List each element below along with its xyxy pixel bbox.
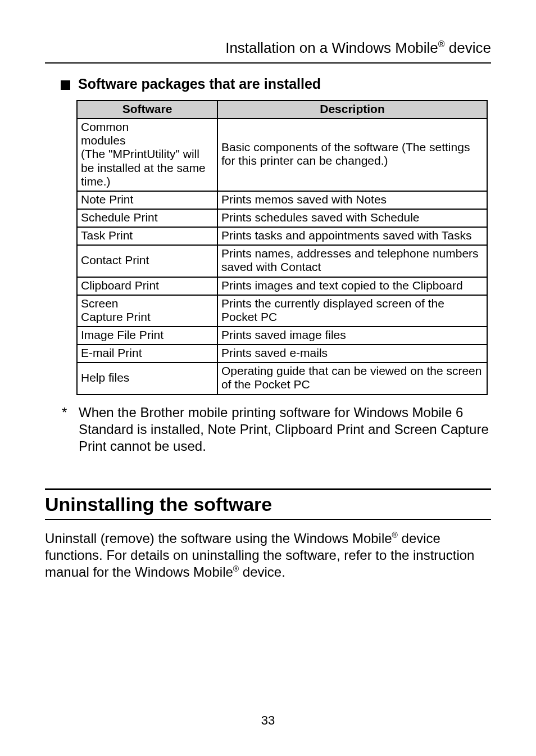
- cell-software: Note Print: [77, 191, 217, 209]
- table-row: Task Print Prints tasks and appointments…: [77, 227, 487, 245]
- subheading-text: Software packages that are installed: [78, 76, 321, 92]
- table-row: E-mail Print Prints saved e-mails: [77, 345, 487, 363]
- para-part3: device.: [239, 564, 285, 580]
- cell-software: Image File Print: [77, 327, 217, 345]
- cell-description: Prints memos saved with Notes: [217, 191, 487, 209]
- col-header-description: Description: [217, 101, 487, 119]
- header-suffix: device: [445, 39, 491, 56]
- cell-description: Basic components of the software (The se…: [217, 119, 487, 191]
- header-rule: [45, 62, 491, 64]
- para-part1: Uninstall (remove) the software using th…: [45, 531, 392, 546]
- cell-description: Prints the currently displayed screen of…: [217, 295, 487, 327]
- table-row: Help files Operating guide that can be v…: [77, 363, 487, 394]
- footnote-marker: *: [62, 404, 72, 455]
- section-title: Uninstalling the software: [45, 494, 491, 515]
- cell-description: Prints schedules saved with Schedule: [217, 209, 487, 227]
- cell-description: Prints tasks and appointments saved with…: [217, 227, 487, 245]
- col-header-software: Software: [77, 101, 217, 119]
- bullet-square-icon: [61, 80, 70, 90]
- table-row: Common modules (The "MPrintUtility" will…: [77, 119, 487, 191]
- cell-description: Prints saved e-mails: [217, 345, 487, 363]
- table-row: Image File Print Prints saved image file…: [77, 327, 487, 345]
- cell-software: Common modules (The "MPrintUtility" will…: [77, 119, 217, 191]
- header-prefix: Installation on a Windows Mobile: [225, 39, 438, 56]
- table-row: Schedule Print Prints schedules saved wi…: [77, 209, 487, 227]
- section-rule-top: [45, 488, 491, 490]
- cell-software: Schedule Print: [77, 209, 217, 227]
- page-container: Installation on a Windows Mobile® device…: [0, 0, 536, 756]
- table-header-row: Software Description: [77, 101, 487, 119]
- footnote: * When the Brother mobile printing softw…: [62, 404, 491, 455]
- cell-description: Prints names, addresses and telephone nu…: [217, 245, 487, 277]
- cell-software: Clipboard Print: [77, 277, 217, 295]
- cell-software: E-mail Print: [77, 345, 217, 363]
- footnote-text: When the Brother mobile printing softwar…: [79, 404, 491, 455]
- software-table: Software Description Common modules (The…: [76, 100, 488, 395]
- header-sup: ®: [438, 39, 445, 49]
- table-row: Contact Print Prints names, addresses an…: [77, 245, 487, 277]
- table-row: Note Print Prints memos saved with Notes: [77, 191, 487, 209]
- page-number: 33: [0, 713, 536, 728]
- cell-software: Screen Capture Print: [77, 295, 217, 327]
- para-sup2: ®: [233, 564, 239, 573]
- table-row: Clipboard Print Prints images and text c…: [77, 277, 487, 295]
- body-paragraph: Uninstall (remove) the software using th…: [45, 530, 491, 581]
- section-rule-bottom: [45, 519, 491, 520]
- subheading-row: Software packages that are installed: [61, 76, 491, 92]
- cell-description: Operating guide that can be viewed on th…: [217, 363, 487, 394]
- cell-software: Contact Print: [77, 245, 217, 277]
- cell-software: Task Print: [77, 227, 217, 245]
- cell-software: Help files: [77, 363, 217, 394]
- running-header: Installation on a Windows Mobile® device: [45, 39, 491, 57]
- table-row: Screen Capture Print Prints the currentl…: [77, 295, 487, 327]
- cell-description: Prints images and text copied to the Cli…: [217, 277, 487, 295]
- para-sup1: ®: [392, 531, 398, 540]
- cell-description: Prints saved image files: [217, 327, 487, 345]
